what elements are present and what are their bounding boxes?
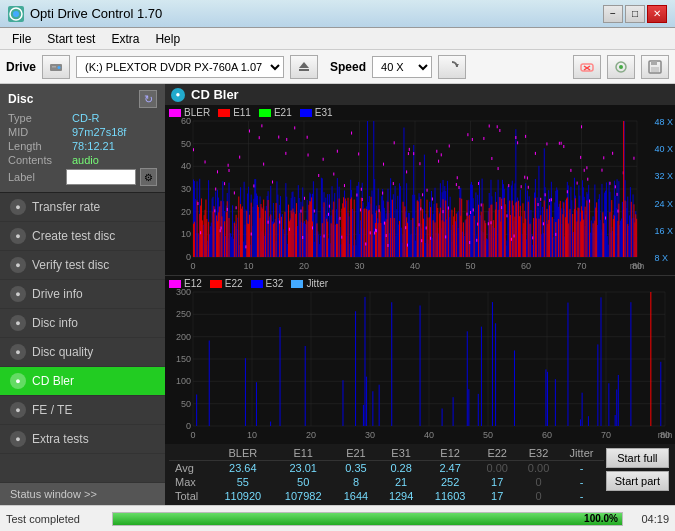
disc-label-input[interactable]	[66, 169, 136, 185]
top-legend: BLER E11 E21 E31	[165, 105, 337, 120]
disc-refresh-button[interactable]: ↻	[139, 90, 157, 108]
chart-title: CD Bler	[191, 87, 239, 102]
chart-area: ● CD Bler BLER E11 E21	[165, 84, 675, 505]
start-part-button[interactable]: Start part	[606, 471, 669, 491]
drive-icon-button[interactable]	[42, 55, 70, 79]
disc-panel: Disc ↻ Type CD-R MID 97m27s18f Length 78…	[0, 84, 165, 193]
create-test-disc-icon: ●	[10, 228, 26, 244]
avg-e21: 0.35	[333, 461, 378, 476]
sidebar-item-create-test-disc[interactable]: ● Create test disc	[0, 222, 165, 251]
close-button[interactable]: ✕	[647, 5, 667, 23]
sidebar-item-label: Extra tests	[32, 432, 89, 446]
time-text: 04:19	[629, 513, 669, 525]
total-e12: 11603	[424, 489, 477, 503]
title-bar-left: Opti Drive Control 1.70	[8, 6, 162, 22]
stats-row-total: Total 110920 107982 1644 1294 11603 17 0…	[169, 489, 604, 503]
stats-table: BLER E11 E21 E31 E12 E22 E32 Jitter Avg …	[169, 446, 604, 503]
start-full-button[interactable]: Start full	[606, 448, 669, 468]
max-e22: 17	[476, 475, 517, 489]
total-jitter: -	[559, 489, 603, 503]
avg-jitter: -	[559, 461, 603, 476]
svg-point-1	[13, 11, 19, 17]
max-e12: 252	[424, 475, 477, 489]
maximize-button[interactable]: □	[625, 5, 645, 23]
menu-bar: File Start test Extra Help	[0, 28, 675, 50]
drive-select[interactable]: (K:) PLEXTOR DVDR PX-760A 1.07	[76, 56, 284, 78]
axis-label-16x: 16 X	[654, 226, 673, 236]
disc-mid-label: MID	[8, 126, 68, 138]
sidebar: Disc ↻ Type CD-R MID 97m27s18f Length 78…	[0, 84, 165, 505]
sidebar-item-label: Disc quality	[32, 345, 93, 359]
save-button[interactable]	[641, 55, 669, 79]
drive-label: Drive	[6, 60, 36, 74]
total-e32: 0	[518, 489, 559, 503]
minimize-button[interactable]: −	[603, 5, 623, 23]
app-title: Opti Drive Control 1.70	[30, 6, 162, 21]
eject-button[interactable]	[290, 55, 318, 79]
svg-point-12	[619, 65, 623, 69]
verify-test-disc-icon: ●	[10, 257, 26, 273]
legend-e11: E11	[218, 107, 251, 118]
menu-file[interactable]: File	[4, 30, 39, 48]
disc-quality-icon: ●	[10, 344, 26, 360]
status-bar: Test completed 100.0% 04:19	[0, 505, 675, 531]
sidebar-item-extra-tests[interactable]: ● Extra tests	[0, 425, 165, 454]
avg-e22: 0.00	[476, 461, 517, 476]
speed-select[interactable]: 40 X	[372, 56, 432, 78]
svg-marker-5	[299, 62, 309, 68]
legend-e21: E21	[259, 107, 292, 118]
sidebar-item-drive-info[interactable]: ● Drive info	[0, 280, 165, 309]
app-icon	[8, 6, 24, 22]
sidebar-item-disc-info[interactable]: ● Disc info	[0, 309, 165, 338]
sidebar-item-cd-bler[interactable]: ● CD Bler	[0, 367, 165, 396]
total-e11: 107982	[273, 489, 333, 503]
e22-color	[210, 280, 222, 288]
e12-color	[169, 280, 181, 288]
menu-start-test[interactable]: Start test	[39, 30, 103, 48]
write-button[interactable]	[607, 55, 635, 79]
disc-length-value: 78:12.21	[72, 140, 115, 152]
svg-rect-6	[299, 69, 309, 71]
disc-length-label: Length	[8, 140, 68, 152]
drive-bar: Drive (K:) PLEXTOR DVDR PX-760A 1.07 Spe…	[0, 50, 675, 84]
max-e21: 8	[333, 475, 378, 489]
svg-rect-15	[651, 67, 659, 72]
col-e11: E11	[273, 446, 333, 461]
status-text: Test completed	[6, 513, 106, 525]
disc-header-text: Disc	[8, 92, 33, 106]
refresh-button[interactable]	[438, 55, 466, 79]
disc-label-label: Label	[8, 171, 62, 183]
bottom-legend: E12 E22 E32 Jitter	[165, 276, 332, 291]
avg-label: Avg	[169, 461, 213, 476]
fe-te-icon: ●	[10, 402, 26, 418]
progress-bar-fill	[113, 513, 622, 525]
col-e21: E21	[333, 446, 378, 461]
sidebar-item-label: FE / TE	[32, 403, 72, 417]
sidebar-item-label: Drive info	[32, 287, 83, 301]
legend-e12: E12	[169, 278, 202, 289]
legend-bler: BLER	[169, 107, 210, 118]
avg-e11: 23.01	[273, 461, 333, 476]
col-e31: E31	[379, 446, 424, 461]
max-label: Max	[169, 475, 213, 489]
sidebar-item-disc-quality[interactable]: ● Disc quality	[0, 338, 165, 367]
col-jitter: Jitter	[559, 446, 603, 461]
progress-text: 100.0%	[584, 513, 618, 525]
total-e21: 1644	[333, 489, 378, 503]
legend-e22: E22	[210, 278, 243, 289]
max-bler: 55	[213, 475, 273, 489]
status-window-button[interactable]: Status window >>	[0, 482, 165, 505]
sidebar-item-transfer-rate[interactable]: ● Transfer rate	[0, 193, 165, 222]
top-right-axis: 48 X 40 X 32 X 24 X 16 X 8 X	[654, 117, 673, 263]
axis-label-8x: 8 X	[654, 253, 673, 263]
menu-help[interactable]: Help	[147, 30, 188, 48]
max-jitter: -	[559, 475, 603, 489]
menu-extra[interactable]: Extra	[103, 30, 147, 48]
erase-button[interactable]	[573, 55, 601, 79]
col-bler: BLER	[213, 446, 273, 461]
disc-label-button[interactable]: ⚙	[140, 168, 157, 186]
e31-color	[300, 109, 312, 117]
sidebar-item-verify-test-disc[interactable]: ● Verify test disc	[0, 251, 165, 280]
sidebar-item-fe-te[interactable]: ● FE / TE	[0, 396, 165, 425]
total-label: Total	[169, 489, 213, 503]
